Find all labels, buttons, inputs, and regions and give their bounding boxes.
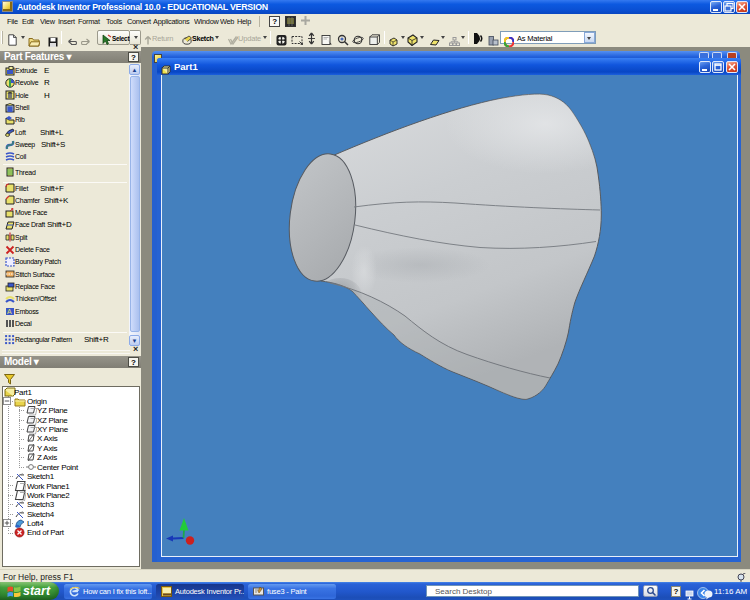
svg-text:A: A	[7, 308, 12, 315]
